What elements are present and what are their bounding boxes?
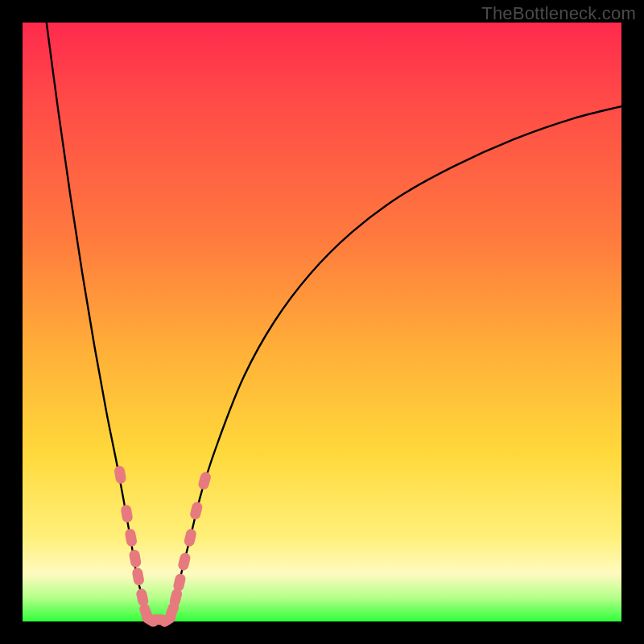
marker-point — [189, 501, 204, 521]
curve-right — [167, 106, 621, 621]
marker-point — [114, 465, 126, 485]
chart-svg — [23, 23, 621, 621]
marker-point — [124, 528, 138, 547]
marker-point — [131, 567, 145, 586]
marker-point — [120, 504, 134, 523]
plot-area — [23, 23, 621, 621]
marker-point — [128, 549, 142, 568]
highlight-markers — [114, 465, 212, 629]
marker-point — [197, 471, 212, 491]
curve-right-branch — [167, 106, 621, 621]
chart-frame: TheBottleneck.com — [0, 0, 644, 644]
watermark-text: TheBottleneck.com — [481, 3, 636, 24]
marker-point — [177, 551, 192, 571]
marker-point — [135, 588, 149, 607]
marker-point — [183, 528, 197, 547]
